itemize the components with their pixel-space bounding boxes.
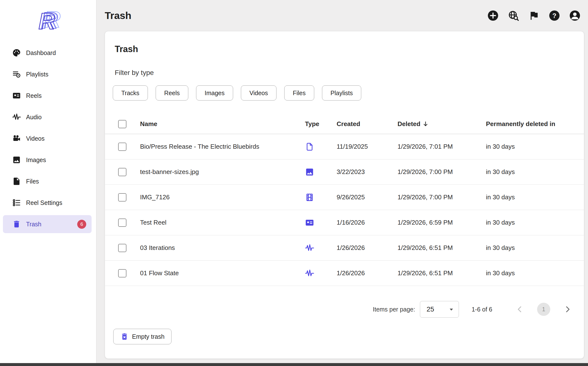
sidebar-item-videos[interactable]: Videos	[3, 129, 92, 147]
select-all-checkbox[interactable]	[118, 120, 126, 128]
top-bar: Trash	[96, 0, 588, 31]
plus-circle-icon	[487, 10, 499, 21]
image-type-icon	[305, 167, 337, 177]
svg-text:?: ?	[552, 12, 556, 19]
playlists-icon	[12, 70, 21, 79]
row-permanently-deleted: in 30 days	[486, 244, 584, 252]
feedback-button[interactable]	[528, 10, 540, 21]
row-name: IMG_7126	[140, 193, 305, 201]
filter-chip-files[interactable]: Files	[284, 85, 314, 101]
filter-chip-reels[interactable]: Reels	[156, 85, 188, 101]
dropdown-arrow-icon	[447, 305, 455, 313]
card-title: Trash	[105, 31, 584, 54]
sidebar-item-label: Videos	[26, 135, 45, 142]
row-name: 01 Flow State	[140, 269, 305, 277]
sidebar-nav: Dashboard Playlists	[0, 44, 96, 237]
app-logo[interactable]: R R R	[34, 6, 62, 34]
row-name: Test Reel	[140, 219, 305, 226]
sidebar-item-label: Playlists	[26, 71, 48, 78]
document-type-icon	[305, 142, 337, 151]
dashboard-palette-icon	[12, 48, 21, 57]
table-row: Bio/Press Release - The Electric Bluebir…	[105, 134, 584, 159]
chevron-right-icon	[563, 305, 572, 314]
empty-trash-label: Empty trash	[132, 333, 164, 340]
row-created: 1/16/2026	[337, 219, 398, 226]
items-per-page-label: Items per page:	[373, 306, 415, 313]
filter-by-type-label: Filter by type	[115, 69, 584, 77]
column-header-deleted[interactable]: Deleted	[398, 120, 486, 128]
items-per-page-select[interactable]: 25	[420, 301, 459, 318]
row-deleted: 1/29/2026, 7:01 PM	[398, 143, 486, 150]
column-header-deleted-label: Deleted	[398, 120, 420, 128]
sidebar-item-dashboard[interactable]: Dashboard	[3, 44, 92, 62]
filter-chip-images[interactable]: Images	[196, 85, 233, 101]
row-checkbox[interactable]	[118, 168, 126, 176]
filter-chip-tracks[interactable]: Tracks	[113, 85, 148, 101]
table-row: Test Reel 1/16/2026 1/29/2026, 6:59 PM i…	[105, 210, 584, 235]
row-permanently-deleted: in 30 days	[486, 269, 584, 277]
flag-icon	[528, 10, 540, 21]
table-row: 01 Flow State 1/26/2026 1/29/2026, 6:51 …	[105, 261, 584, 286]
sidebar-item-label: Reel Settings	[26, 199, 62, 206]
row-created: 1/26/2026	[337, 244, 398, 252]
sidebar-item-reels[interactable]: Reels	[3, 87, 92, 105]
row-checkbox[interactable]	[118, 219, 126, 227]
account-button[interactable]	[569, 10, 581, 21]
next-page-button[interactable]	[562, 304, 573, 314]
site-search-button[interactable]	[508, 10, 519, 21]
column-header-created[interactable]: Created	[337, 120, 398, 128]
row-checkbox[interactable]	[118, 193, 126, 201]
table-row: 03 Iterations 1/26/2026 1/29/2026, 6:51 …	[105, 235, 584, 261]
reels-icon	[12, 91, 21, 100]
sidebar-item-label: Trash	[26, 221, 41, 228]
previous-page-button[interactable]	[515, 304, 525, 314]
row-deleted: 1/29/2026, 6:51 PM	[398, 269, 486, 277]
row-checkbox[interactable]	[118, 244, 126, 252]
row-permanently-deleted: in 30 days	[486, 219, 584, 226]
help-circle-icon: ?	[549, 10, 560, 21]
sidebar-item-images[interactable]: Images	[3, 151, 92, 169]
audio-type-icon	[305, 243, 337, 253]
top-actions: ?	[487, 10, 581, 21]
sidebar-item-playlists[interactable]: Playlists	[3, 65, 92, 83]
column-header-permanently-deleted: Permanently deleted in	[486, 120, 584, 128]
sidebar: R R R Dashboard	[0, 0, 96, 363]
row-checkbox[interactable]	[118, 269, 126, 277]
row-permanently-deleted: in 30 days	[486, 193, 584, 201]
filter-chip-playlists[interactable]: Playlists	[322, 85, 361, 101]
help-button[interactable]: ?	[549, 10, 560, 21]
row-checkbox[interactable]	[118, 143, 126, 151]
page-range-label: 1-6 of 6	[472, 306, 492, 313]
main-content: Trash	[96, 0, 588, 363]
empty-trash-button[interactable]: Empty trash	[113, 329, 171, 344]
svg-text:R: R	[38, 9, 55, 34]
sidebar-item-trash[interactable]: Trash 6	[3, 215, 92, 233]
globe-search-icon	[508, 10, 519, 21]
sidebar-item-audio[interactable]: Audio	[3, 108, 92, 126]
trash-count-badge: 6	[77, 220, 86, 229]
trash-table: Name Type Created Deleted Permanently de…	[105, 114, 584, 286]
trash-icon	[12, 220, 21, 229]
audio-type-icon	[305, 269, 337, 278]
add-button[interactable]	[487, 10, 499, 21]
page-title: Trash	[105, 10, 131, 21]
app-window: R R R Dashboard	[0, 0, 588, 363]
column-header-name[interactable]: Name	[140, 120, 305, 128]
row-deleted: 1/29/2026, 6:59 PM	[398, 219, 486, 226]
current-page-indicator[interactable]: 1	[537, 303, 550, 316]
row-name: test-banner-sizes.jpg	[140, 168, 305, 176]
sidebar-item-files[interactable]: Files	[3, 172, 92, 190]
bottom-edge-bar	[0, 363, 588, 366]
sidebar-item-label: Files	[26, 178, 39, 185]
row-created: 9/26/2025	[337, 193, 398, 201]
row-created: 3/22/2023	[337, 168, 398, 176]
sort-descending-arrow-icon	[422, 120, 429, 128]
filter-chip-videos[interactable]: Videos	[241, 85, 276, 101]
sidebar-item-label: Reels	[26, 92, 42, 99]
account-circle-icon	[569, 10, 580, 21]
filter-chips: Tracks Reels Images Videos Files Playlis…	[113, 85, 584, 101]
sidebar-item-reel-settings[interactable]: Reel Settings	[3, 194, 92, 212]
empty-trash-icon	[120, 332, 129, 341]
row-permanently-deleted: in 30 days	[486, 168, 584, 176]
reel-type-icon	[305, 218, 337, 227]
